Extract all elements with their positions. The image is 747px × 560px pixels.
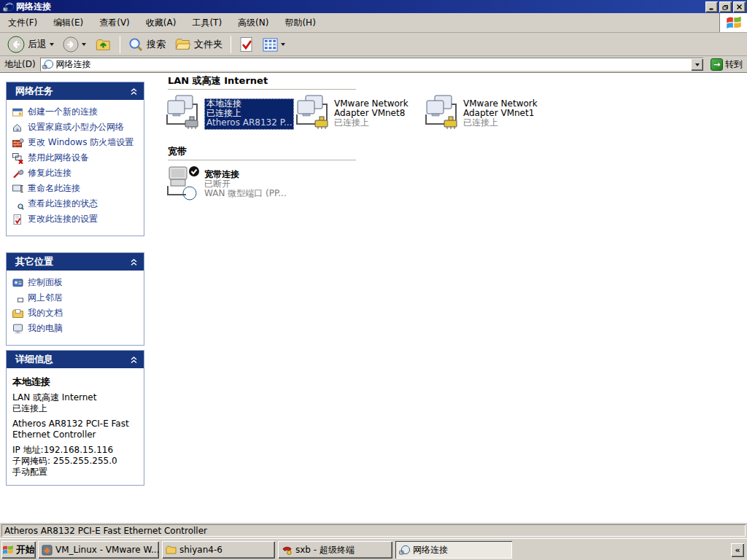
up-button[interactable] (90, 34, 116, 55)
checkmark-page-icon (239, 36, 254, 52)
window-titlebar[interactable]: 网络连接 (0, 0, 747, 13)
taskbar-overflow-button[interactable]: « (731, 543, 744, 557)
task-create-connection[interactable]: 创建一个新的连接 (12, 106, 141, 118)
place-my-computer[interactable]: 我的电脑 (12, 323, 141, 335)
connection-broadband[interactable]: 宽带连接 已断开 WAN 微型端口 (PP... (163, 166, 287, 201)
network-connections-icon (3, 1, 14, 12)
details-panel: 详细信息 本地连接 LAN 或高速 Internet 已连接上 Atheros … (6, 350, 144, 486)
network-connections-icon (399, 545, 410, 556)
menu-tools[interactable]: 工具(T) (184, 13, 230, 32)
status-text: Atheros AR8132 PCI-E Fast Ethernet Contr… (4, 526, 207, 536)
task-disable-device[interactable]: 禁用此网络设备 (12, 152, 141, 164)
task-repair-connection[interactable]: 修复此连接 (12, 168, 141, 179)
address-dropdown-button[interactable] (691, 58, 703, 71)
folders-button[interactable]: 文件夹 (170, 34, 227, 55)
task-setup-home-network[interactable]: 设置家庭或小型办公网络 (12, 122, 141, 133)
menu-help[interactable]: 帮助(H) (276, 13, 323, 32)
start-button[interactable]: 开始 (1, 541, 36, 559)
my-computer-icon (12, 323, 24, 335)
settings-page-icon (12, 214, 24, 225)
views-icon (263, 38, 278, 52)
windows-logo-box (719, 13, 747, 32)
connection-label: VMware Network Adapter VMnet1 已连接上 (463, 99, 545, 130)
collapse-chevron-icon[interactable] (130, 258, 138, 266)
taskbar-button-vmware[interactable]: VM_Linux - VMware W... (38, 541, 159, 559)
toolbar: 后退 搜索 文件夹 (0, 34, 747, 56)
menu-favorites[interactable]: 收藏(A) (138, 13, 185, 32)
connection-label: VMware Network Adapter VMnet8 已连接上 (334, 99, 416, 130)
status-bar: Atheros AR8132 PCI-E Fast Ethernet Contr… (0, 522, 747, 538)
folders-icon (174, 36, 191, 52)
up-folder-icon (95, 36, 112, 52)
forward-icon (63, 36, 79, 52)
group-header-broadband: 宽带 (168, 145, 356, 160)
place-my-documents[interactable]: 我的文档 (12, 308, 141, 319)
minimize-button[interactable] (705, 1, 718, 12)
collapse-chevron-icon[interactable] (130, 88, 138, 96)
taskbar-button-network-connections[interactable]: 网络连接 (395, 541, 512, 559)
menu-file[interactable]: 文件(F) (0, 13, 45, 32)
chevron-left-double-icon: « (735, 545, 740, 555)
connection-status-icon (12, 198, 24, 210)
search-icon (128, 37, 144, 52)
other-places-title: 其它位置 (15, 255, 53, 268)
vmware-icon (42, 545, 53, 556)
place-control-panel[interactable]: 控制面板 (12, 277, 141, 289)
back-icon (7, 36, 25, 53)
place-network-places[interactable]: 网上邻居 (12, 292, 141, 304)
chevron-down-icon (695, 63, 700, 66)
task-change-firewall[interactable]: 更改 Windows 防火墙设置 (12, 137, 141, 149)
views-dropdown-icon[interactable] (281, 43, 285, 46)
search-button[interactable]: 搜索 (124, 34, 170, 55)
taskbar-button-folder[interactable]: shiyan4-6 (162, 541, 275, 559)
network-tasks-header[interactable]: 网络任务 (7, 82, 144, 100)
back-dropdown-icon[interactable] (50, 43, 54, 46)
details-connection-type: LAN 或高速 Internet (12, 392, 138, 403)
taskbar-button-hyperterminal[interactable]: sxb - 超级终端 (278, 541, 392, 559)
connection-local-area[interactable]: 本地连接 已连接上 Atheros AR8132 P... (163, 95, 294, 130)
taskbar: 开始 VM_Linux - VMware W... shiyan4-6 sxb … (0, 538, 747, 560)
task-rename-connection[interactable]: 重命名此连接 (12, 183, 141, 195)
address-input[interactable]: 网络连接 (40, 58, 703, 71)
rename-connection-icon (12, 183, 24, 195)
folder-content: 网络任务 创建一个新的连接 设置家庭或小型办公网络 (0, 73, 747, 522)
new-connection-wizard-icon (12, 106, 24, 118)
menu-view[interactable]: 查看(V) (91, 13, 138, 32)
task-change-settings[interactable]: 更改此连接的设置 (12, 214, 141, 225)
go-label: 转到 (725, 58, 743, 71)
other-places-panel: 其它位置 控制面板 网上邻居 (6, 252, 144, 346)
start-label: 开始 (16, 543, 35, 556)
task-view-status[interactable]: 查看此连接的状态 (12, 198, 141, 210)
connection-vmnet1[interactable]: VMware Network Adapter VMnet1 已连接上 (422, 95, 545, 130)
my-documents-icon (12, 308, 24, 319)
back-label: 后退 (28, 38, 47, 51)
address-value: 网络连接 (56, 58, 691, 71)
windows-flag-icon (2, 545, 14, 555)
menu-edit[interactable]: 编辑(E) (45, 13, 91, 32)
network-tasks-title: 网络任务 (15, 85, 53, 98)
taskbar-button-label: VM_Linux - VMware W... (55, 545, 159, 555)
close-button[interactable] (733, 1, 746, 12)
forward-dropdown-icon[interactable] (82, 43, 86, 46)
back-button[interactable]: 后退 (3, 34, 58, 55)
lan-connection-icon (422, 95, 460, 130)
sync-button[interactable] (235, 34, 258, 55)
window-title: 网络连接 (16, 1, 704, 13)
firewall-icon (12, 137, 24, 149)
repair-wrench-icon (12, 168, 24, 179)
views-button[interactable] (258, 34, 290, 55)
control-panel-icon (12, 277, 24, 289)
lan-connection-icon (163, 95, 201, 130)
menu-advanced[interactable]: 高级(N) (230, 13, 276, 32)
other-places-header[interactable]: 其它位置 (7, 253, 144, 271)
restore-button[interactable] (719, 1, 732, 12)
go-button[interactable]: → 转到 (708, 58, 746, 72)
connection-vmnet8[interactable]: VMware Network Adapter VMnet8 已连接上 (293, 95, 416, 130)
details-ip-address: IP 地址:192.168.15.116 (12, 445, 138, 456)
collapse-chevron-icon[interactable] (130, 356, 138, 364)
windows-flag-icon (726, 15, 742, 30)
details-connection-status: 已连接上 (12, 403, 138, 414)
go-arrow-icon: → (711, 58, 723, 71)
details-header[interactable]: 详细信息 (7, 351, 144, 368)
forward-button[interactable] (58, 34, 90, 55)
